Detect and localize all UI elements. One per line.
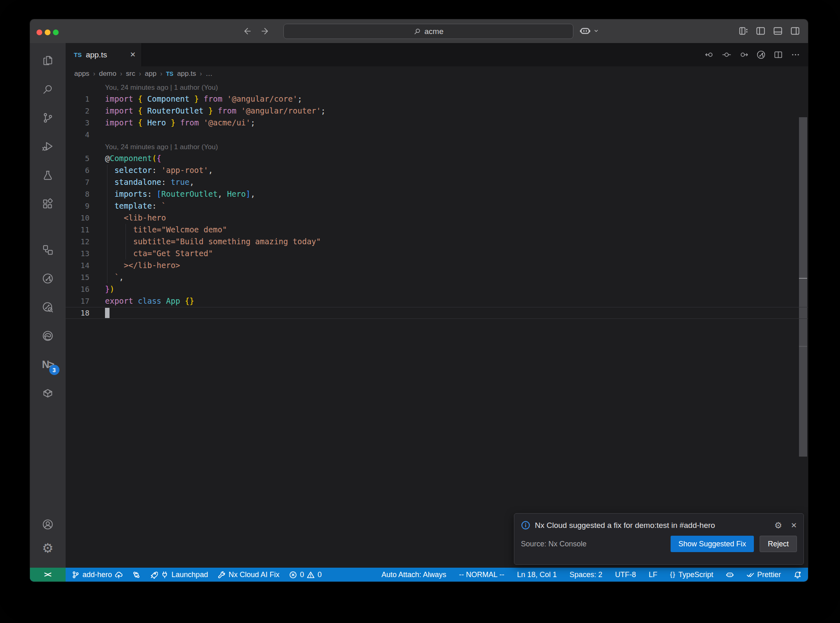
- more-actions-icon[interactable]: [790, 50, 801, 60]
- editor[interactable]: You, 24 minutes ago | 1 author (You)1imp…: [66, 81, 808, 568]
- breadcrumb-item-file[interactable]: app.ts: [177, 70, 196, 78]
- status-problems[interactable]: 00: [289, 571, 322, 579]
- indent-guide: [107, 271, 107, 283]
- activity-item-account[interactable]: [39, 515, 57, 533]
- code-line-14: 14 ></lib-hero>: [66, 259, 808, 271]
- toggle-secondary-sidebar-icon[interactable]: [790, 25, 801, 36]
- remote-indicator[interactable]: ><: [30, 568, 66, 582]
- breadcrumb-item-app[interactable]: app: [145, 70, 156, 78]
- status-nx-cloud-ai-fix[interactable]: Nx Cloud AI Fix: [218, 571, 279, 579]
- code-line-9: 9 template: `: [66, 200, 808, 212]
- status-indentation[interactable]: Spaces: 2: [569, 571, 602, 579]
- nav-back-icon[interactable]: [242, 26, 253, 36]
- activity-item-beaker[interactable]: [39, 166, 57, 184]
- status-encoding[interactable]: UTF-8: [615, 571, 636, 579]
- toggle-panel-icon[interactable]: [772, 25, 783, 36]
- minimize-window-button[interactable]: [45, 30, 50, 35]
- toggle-primary-sidebar-icon[interactable]: [755, 25, 766, 36]
- command-center-search[interactable]: acme: [283, 24, 573, 39]
- tab-bar: TS app.ts ✕: [66, 43, 808, 66]
- double-check-icon: [746, 571, 754, 579]
- refs-icon: [41, 243, 54, 256]
- code-line-5: 5@Component({: [66, 152, 808, 164]
- line-number: 7: [66, 176, 89, 188]
- notification-close-icon[interactable]: ✕: [791, 521, 797, 530]
- code-line-8: 8 imports: [RouterOutlet, Hero],: [66, 188, 808, 200]
- show-suggested-fix-button[interactable]: Show Suggested Fix: [671, 536, 754, 552]
- breadcrumb-item-src[interactable]: src: [126, 70, 135, 78]
- activity-item-container[interactable]: [39, 384, 57, 402]
- indent-guide: [107, 236, 107, 248]
- status-cursor-position[interactable]: Ln 18, Col 1: [517, 571, 557, 579]
- line-number: 9: [66, 200, 89, 212]
- copilot-menu[interactable]: [580, 25, 599, 36]
- status-launchpad[interactable]: Launchpad: [150, 571, 208, 579]
- notification-title: Nx Cloud suggested a fix for demo:test i…: [535, 521, 770, 530]
- nav-forward-icon[interactable]: [739, 50, 749, 60]
- notification-source: Source: Nx Console: [521, 540, 587, 548]
- activity-item-files[interactable]: [39, 51, 57, 69]
- activity-item-edge[interactable]: [39, 327, 57, 345]
- activity-item-refs[interactable]: [39, 241, 57, 259]
- reject-button[interactable]: Reject: [760, 536, 797, 552]
- activity-item-search[interactable]: [39, 80, 57, 98]
- status-notifications-bell[interactable]: [794, 571, 801, 579]
- nx-run-icon[interactable]: [756, 50, 766, 60]
- git-blame-text: You, 24 minutes ago | 1 author (You): [105, 143, 218, 151]
- line-number: 10: [66, 212, 89, 224]
- activity-item-nx-run[interactable]: [39, 269, 57, 287]
- code-line-12: 12 subtitle="Build something amazing tod…: [66, 236, 808, 248]
- nav-dot-icon[interactable]: [721, 50, 732, 60]
- indent-guide: [107, 188, 107, 200]
- breadcrumb-item-demo[interactable]: demo: [99, 70, 116, 78]
- line-number: 4: [66, 129, 89, 141]
- activity-item-debug[interactable]: [39, 137, 57, 155]
- blame-annotation-row: You, 24 minutes ago | 1 author (You): [66, 141, 808, 152]
- status-problems-label: 0: [317, 571, 322, 579]
- status-nx-cloud-ai-fix-label: Nx Cloud AI Fix: [228, 571, 279, 579]
- search-value: acme: [425, 27, 443, 36]
- activity-item-gear[interactable]: ⚙: [39, 539, 57, 557]
- breadcrumb-item-apps[interactable]: apps: [74, 70, 89, 78]
- code-line-2: 2import { RouterOutlet } from '@angular/…: [66, 105, 808, 117]
- status-prettier[interactable]: Prettier: [746, 571, 781, 579]
- status-branch-label: add-hero: [82, 571, 112, 579]
- notification-settings-icon[interactable]: ⚙: [774, 521, 782, 530]
- customize-layout-icon[interactable]: [738, 25, 749, 36]
- indent-guide: [126, 236, 126, 248]
- activity-item-extensions[interactable]: [39, 195, 57, 213]
- breadcrumb-overflow[interactable]: …: [205, 70, 212, 78]
- error-circle-icon: [289, 571, 297, 579]
- nav-back-icon[interactable]: [704, 50, 714, 60]
- split-editor-icon[interactable]: [773, 50, 783, 60]
- close-window-button[interactable]: [37, 30, 42, 35]
- status-compare-changes[interactable]: [132, 571, 140, 579]
- debug-icon: [41, 140, 54, 153]
- line-number: 16: [66, 283, 89, 295]
- tab-app-ts[interactable]: TS app.ts ✕: [66, 43, 142, 66]
- activity-item-source-control[interactable]: [39, 109, 57, 127]
- status-copilot[interactable]: [726, 571, 734, 579]
- close-tab-icon[interactable]: ✕: [130, 50, 136, 59]
- activity-item-nx-search[interactable]: [39, 298, 57, 316]
- line-number: 17: [66, 295, 89, 307]
- line-number: 14: [66, 259, 89, 271]
- code-line-13: 13 cta="Get Started": [66, 248, 808, 259]
- status-eol[interactable]: LF: [649, 571, 657, 579]
- nav-forward-icon[interactable]: [260, 26, 270, 36]
- zoom-window-button[interactable]: [53, 30, 59, 35]
- code-line-15: 15 `,: [66, 271, 808, 283]
- indent-guide: [107, 176, 107, 188]
- status-branch[interactable]: add-hero: [72, 571, 123, 579]
- status-language[interactable]: {}TypeScript: [670, 571, 713, 579]
- copilot-icon: [580, 25, 591, 36]
- git-branch-icon: [72, 571, 80, 579]
- line-number: 13: [66, 248, 89, 259]
- status-auto-attach[interactable]: Auto Attach: Always: [381, 571, 446, 579]
- code-line-4: 4: [66, 129, 808, 141]
- status-vim-mode[interactable]: -- NORMAL --: [459, 571, 504, 579]
- cloud-upload-icon: [115, 571, 123, 579]
- activity-item-nx[interactable]: N>3: [39, 355, 57, 373]
- code-line-3: 3import { Hero } from '@acme/ui';: [66, 117, 808, 129]
- activity-bar: N>3⚙: [30, 43, 66, 568]
